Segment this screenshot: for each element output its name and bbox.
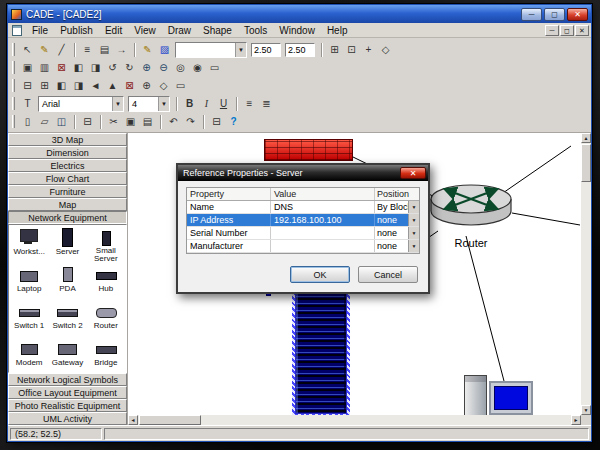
scroll-right-icon[interactable]: ► (571, 415, 581, 425)
italic-button[interactable]: I (198, 96, 215, 112)
save-file-icon[interactable]: ◫ (53, 114, 70, 130)
align-right-icon[interactable]: ◨ (70, 78, 87, 94)
font-size-combo[interactable]: 4 ▼ (128, 96, 170, 112)
pan-tool-icon[interactable]: ◇ (377, 42, 394, 58)
delete-icon[interactable]: ⊠ (53, 60, 70, 76)
menu-item[interactable]: View (128, 24, 162, 37)
sidebar-category[interactable]: Flow Chart (8, 172, 127, 185)
hand-icon[interactable]: ◇ (155, 78, 172, 94)
pc-monitor-shape[interactable] (489, 381, 533, 415)
flip-vertical-icon[interactable]: ▲ (104, 78, 121, 94)
align-text-center-icon[interactable]: ≣ (258, 96, 275, 112)
palette-item-gateway[interactable]: Gateway (48, 337, 86, 373)
print-icon[interactable]: ⊟ (208, 114, 225, 130)
shape-height-input[interactable] (285, 43, 315, 57)
chevron-down-icon[interactable]: ▼ (235, 43, 246, 57)
ungroup-icon[interactable]: ◨ (87, 60, 104, 76)
fill-color-icon[interactable]: ▨ (156, 42, 173, 58)
toolbar-grip[interactable] (12, 43, 15, 56)
position-dropdown[interactable]: none ▼ (375, 227, 419, 239)
bold-button[interactable]: B (181, 96, 198, 112)
rotate-left-icon[interactable]: ↺ (104, 60, 121, 76)
maximize-button[interactable]: ◻ (544, 8, 565, 21)
firewall-shape[interactable] (264, 139, 353, 161)
line-tool-icon[interactable]: ╱ (53, 42, 70, 58)
menu-item[interactable]: Shape (197, 24, 238, 37)
server-rack-selection[interactable] (292, 287, 350, 415)
magnifier-icon[interactable]: ⊕ (138, 78, 155, 94)
toolbar-grip[interactable] (12, 61, 15, 74)
bring-front-icon[interactable]: ⊟ (19, 78, 36, 94)
zoom-window-icon[interactable]: ◎ (172, 60, 189, 76)
sidebar-category[interactable]: Network Logical Symbols (8, 373, 127, 386)
ok-button[interactable]: OK (290, 266, 350, 283)
ortho-icon[interactable]: + (360, 42, 377, 58)
shape-style-combo[interactable]: ▼ (175, 42, 247, 58)
sidebar-category[interactable]: Furniture (8, 185, 127, 198)
open-file-icon[interactable]: ▱ (36, 114, 53, 130)
line-style-icon[interactable]: ≡ (79, 42, 96, 58)
mdi-restore-button[interactable]: ◻ (560, 25, 574, 36)
dropdown-icon[interactable]: ▼ (408, 214, 419, 226)
menu-item[interactable]: Edit (99, 24, 128, 37)
zoom-out-icon[interactable]: ⊖ (155, 60, 172, 76)
mdi-document-icon[interactable] (12, 25, 22, 36)
sidebar-category[interactable]: Electrics (8, 159, 127, 172)
horizontal-scroll-thumb[interactable] (139, 415, 201, 425)
drawing-canvas[interactable]: Router Reference Properties - Server ✕ (128, 133, 581, 415)
pen-color-icon[interactable]: ✎ (139, 42, 156, 58)
dialog-title-bar[interactable]: Reference Properties - Server ✕ (178, 165, 428, 181)
underline-button[interactable]: U (215, 96, 232, 112)
copy-icon[interactable]: ▣ (122, 114, 139, 130)
sidebar-category[interactable]: Network Equipment (8, 211, 127, 224)
scroll-left-icon[interactable]: ◄ (128, 415, 138, 425)
palette-item-router[interactable]: Router (87, 300, 125, 337)
pc-tower-shape[interactable] (464, 375, 487, 415)
zoom-fit-icon[interactable]: ◉ (189, 60, 206, 76)
dropdown-icon[interactable]: ▼ (408, 240, 419, 252)
sidebar-category[interactable]: Dimension (8, 146, 127, 159)
palette-item-workstation[interactable]: Workst... (10, 226, 48, 263)
chevron-down-icon[interactable]: ▼ (112, 97, 123, 111)
palette-item-pda[interactable]: PDA (48, 263, 86, 300)
arrow-style-icon[interactable]: → (113, 42, 130, 58)
rotate-right-icon[interactable]: ↻ (121, 60, 138, 76)
align-text-left-icon[interactable]: ≡ (241, 96, 258, 112)
help-icon[interactable]: ? (225, 114, 242, 130)
table-row[interactable]: Name DNS By Block ▼ (187, 201, 419, 214)
group-icon[interactable]: ◧ (70, 60, 87, 76)
measure-icon[interactable]: ▭ (172, 78, 189, 94)
menu-item[interactable]: Window (273, 24, 321, 37)
zoom-in-icon[interactable]: ⊕ (138, 60, 155, 76)
title-bar[interactable]: CADE - [CADE2] ─ ◻ ✕ (8, 5, 591, 23)
palette-item-bridge[interactable]: Bridge (87, 337, 125, 373)
undo-icon[interactable]: ↶ (165, 114, 182, 130)
dialog-close-button[interactable]: ✕ (400, 167, 426, 179)
horizontal-scrollbar[interactable]: ◄ ► (128, 415, 581, 425)
export-icon[interactable]: ⊟ (79, 114, 96, 130)
table-row[interactable]: Manufacturer none ▼ (187, 240, 419, 253)
server-rack-shape[interactable] (295, 290, 347, 414)
minimize-button[interactable]: ─ (521, 8, 542, 21)
close-button[interactable]: ✕ (567, 8, 588, 21)
paste-icon[interactable]: ▤ (139, 114, 156, 130)
cut-icon[interactable]: ✂ (105, 114, 122, 130)
sidebar-category[interactable]: Office Layout Equipment (8, 386, 127, 399)
palette-item-small-server[interactable]: Small Server (87, 226, 125, 263)
mdi-close-button[interactable]: ✕ (575, 25, 589, 36)
grid-icon[interactable]: ⊡ (343, 42, 360, 58)
palette-item-modem[interactable]: Modem (10, 337, 48, 373)
sidebar-category[interactable]: 3D Map (8, 133, 127, 146)
position-dropdown[interactable]: By Block ▼ (375, 201, 419, 213)
mdi-minimize-button[interactable]: ─ (545, 25, 559, 36)
menu-item[interactable]: Tools (238, 24, 273, 37)
toolbar-grip[interactable] (12, 79, 15, 92)
sidebar-category[interactable]: Map (8, 198, 127, 211)
cancel-button[interactable]: Cancel (358, 266, 418, 283)
router-label[interactable]: Router (429, 237, 513, 249)
vertical-scroll-thumb[interactable] (581, 144, 591, 182)
shape-width-input[interactable] (251, 43, 281, 57)
palette-item-switch1[interactable]: Switch 1 (10, 300, 48, 337)
dropdown-icon[interactable]: ▼ (408, 227, 419, 239)
menu-item[interactable]: File (26, 24, 54, 37)
